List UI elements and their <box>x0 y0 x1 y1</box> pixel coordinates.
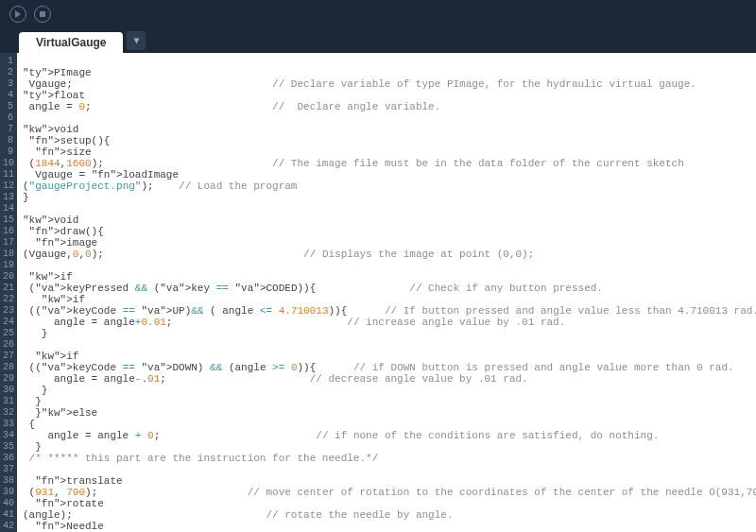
code-line: "ty">PImage <box>23 67 756 78</box>
code-line: "fn">rotate <box>23 498 756 509</box>
code-line: "kw">void <box>23 215 756 226</box>
code-line: "kw">void <box>23 124 756 135</box>
run-button[interactable] <box>9 6 26 23</box>
svg-marker-0 <box>15 10 21 18</box>
code-line <box>23 56 756 67</box>
code-line <box>23 203 756 215</box>
code-line: "kw">if <box>23 271 756 283</box>
code-line: } <box>23 192 756 203</box>
code-line <box>23 260 756 271</box>
play-icon <box>14 10 22 18</box>
code-line: } <box>23 396 756 407</box>
code-line: angle = angle+0.01; // increase angle va… <box>23 317 756 328</box>
code-line: "kw">if <box>23 294 756 305</box>
code-line <box>23 339 756 351</box>
code-line: "fn">image <box>23 237 756 249</box>
code-line: } <box>23 385 756 396</box>
tabbar: VirtualGauge ▼ <box>0 28 756 53</box>
code-line: /* ***** this part are the instruction f… <box>23 453 756 464</box>
code-line: angle = angle + 0; // if none of the con… <box>23 430 756 441</box>
tab-active[interactable]: VirtualGauge <box>19 32 123 53</box>
code-line: angle = angle-.01; // decrease angle val… <box>23 373 756 385</box>
code-line: "fn">Needle <box>23 521 756 532</box>
stop-icon <box>39 10 46 18</box>
code-line <box>23 464 756 475</box>
code-line: "fn">translate <box>23 475 756 487</box>
code-area[interactable]: "ty">PImage Vgauge; // Declare variable … <box>17 53 756 532</box>
line-gutter: 1 2 3 4 5 6 7 8 9 10 11 12 13 14 15 16 1… <box>0 53 17 532</box>
code-line: } <box>23 328 756 339</box>
code-line: Vgauge = "fn">loadImage <box>23 169 756 180</box>
stop-button[interactable] <box>34 6 51 23</box>
code-line <box>23 112 756 124</box>
code-line: }"kw">else <box>23 407 756 419</box>
code-line: "fn">size <box>23 146 756 158</box>
tab-dropdown-button[interactable]: ▼ <box>127 31 146 50</box>
svg-rect-1 <box>40 11 45 17</box>
code-line: } <box>23 441 756 453</box>
editor: 1 2 3 4 5 6 7 8 9 10 11 12 13 14 15 16 1… <box>0 53 756 532</box>
toolbar <box>0 0 756 28</box>
code-line: "kw">if <box>23 351 756 362</box>
code-line: "ty">float <box>23 90 756 101</box>
